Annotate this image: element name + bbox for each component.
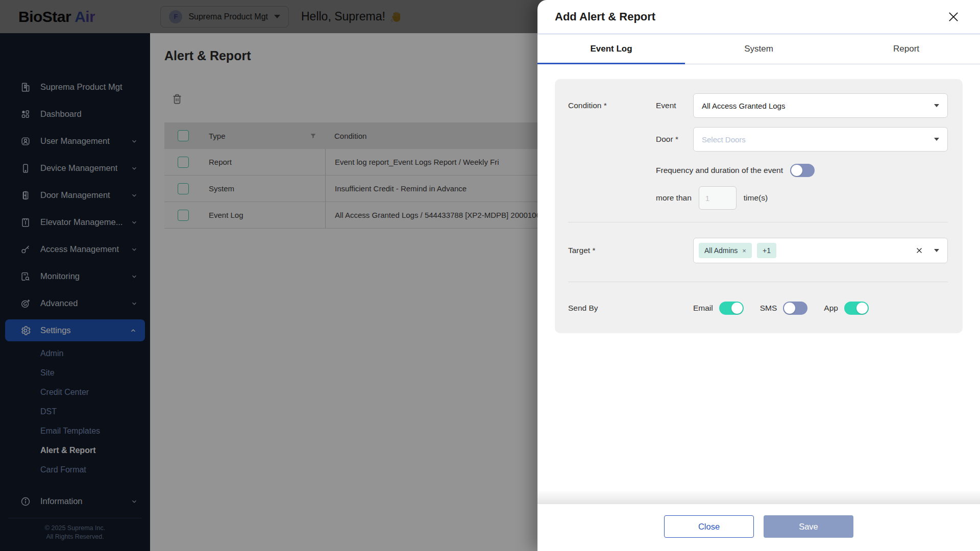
door-row: Door * Select Doors [568,127,948,152]
app-toggle[interactable] [844,302,869,315]
target-select[interactable]: All Admins × +1 [693,238,948,263]
app-channel: App [824,302,869,315]
app-label: App [824,304,838,313]
email-toggle[interactable] [719,302,744,315]
toggle-knob [791,165,802,176]
door-select-placeholder: Select Doors [702,135,746,144]
event-select[interactable]: All Access Granted Logs [693,93,948,118]
chevron-down-icon [934,249,939,252]
close-button[interactable]: Close [664,515,754,538]
send-by-channels: Email SMS App [693,302,869,315]
close-icon[interactable] [945,9,962,25]
toggle-knob [731,303,743,314]
chevron-down-icon [934,138,939,141]
section-divider [568,282,948,282]
times-label: time(s) [744,193,768,203]
toggle-knob [784,303,795,314]
biostar-air-app: BioStarAir F Suprema Product Mgt Hello, … [0,0,980,551]
add-alert-report-modal: Add Alert & Report Event Log System Repo… [537,0,980,551]
sms-channel: SMS [760,302,808,315]
modal-title: Add Alert & Report [555,10,655,23]
target-label: Target * [568,246,656,255]
more-than-row: more than time(s) [656,186,948,210]
event-label: Event [656,101,693,110]
email-label: Email [693,304,713,313]
chip-label: +1 [763,246,771,255]
sms-label: SMS [760,304,777,313]
door-label: Door * [656,135,693,144]
event-row: Condition * Event All Access Granted Log… [568,93,948,118]
tab-system[interactable]: System [685,34,832,64]
save-button[interactable]: Save [764,515,853,538]
event-select-value: All Access Granted Logs [702,102,785,110]
send-by-row: Send By Email SMS App [568,302,948,315]
modal-tabs: Event Log System Report [537,34,980,64]
modal-footer: Close Save [537,504,980,551]
clear-selection-icon[interactable] [915,246,924,255]
tab-report[interactable]: Report [832,34,980,64]
send-by-label: Send By [568,304,656,313]
chevron-down-icon [934,104,939,107]
email-channel: Email [693,302,744,315]
target-row: Target * All Admins × +1 [568,238,948,263]
alert-form-card: Condition * Event All Access Granted Log… [555,79,963,333]
section-divider [568,222,948,222]
door-select[interactable]: Select Doors [693,127,948,152]
frequency-label: Frequency and duration of the event [656,166,783,175]
condition-label: Condition * [568,101,656,110]
remove-chip-icon[interactable]: × [742,247,746,254]
times-count-input[interactable] [699,186,737,210]
modal-header: Add Alert & Report [537,0,980,34]
chip-label: All Admins [704,246,738,255]
frequency-row: Frequency and duration of the event [656,164,948,177]
target-chip-all-admins: All Admins × [699,243,752,258]
tab-event-log[interactable]: Event Log [537,34,685,64]
sms-toggle[interactable] [783,302,807,315]
frequency-toggle[interactable] [790,164,815,177]
more-than-label: more than [656,193,692,203]
target-chip-more: +1 [757,243,776,258]
toggle-knob [856,303,868,314]
